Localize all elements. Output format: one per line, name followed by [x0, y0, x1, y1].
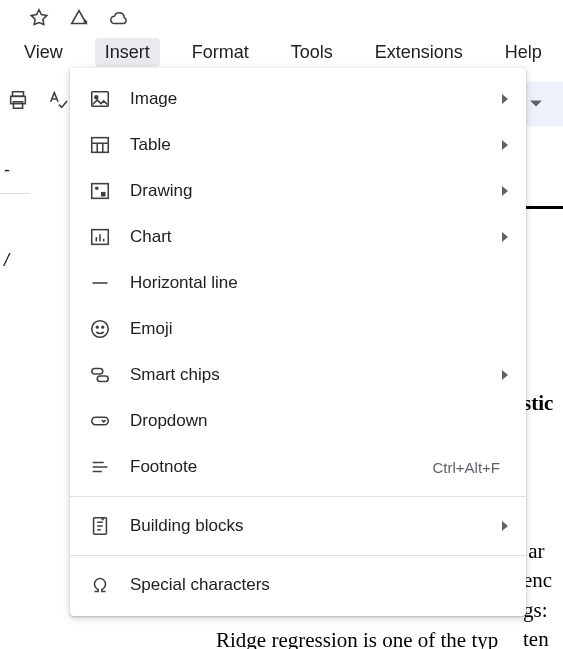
menu-item-label: Chart — [130, 227, 502, 247]
submenu-arrow-icon — [502, 370, 508, 380]
svg-point-11 — [96, 326, 98, 328]
svg-rect-13 — [92, 369, 103, 375]
menu-item-building-blocks[interactable]: Building blocks — [70, 503, 526, 549]
menu-item-chart[interactable]: Chart — [70, 214, 526, 260]
table-icon — [88, 133, 112, 157]
menu-item-label: Image — [130, 89, 502, 109]
svg-rect-3 — [92, 92, 109, 107]
submenu-arrow-icon — [502, 186, 508, 196]
menu-format[interactable]: Format — [182, 38, 259, 67]
svg-rect-2 — [13, 102, 22, 108]
buildingblocks-icon — [88, 514, 112, 538]
menu-divider — [70, 555, 526, 556]
menu-item-shortcut: Ctrl+Alt+F — [432, 459, 500, 476]
svg-rect-14 — [97, 376, 108, 382]
menu-help[interactable]: Help — [495, 38, 552, 67]
menu-item-image[interactable]: Image — [70, 76, 526, 122]
svg-point-10 — [92, 321, 109, 338]
submenu-arrow-icon — [502, 521, 508, 531]
omega-icon — [88, 573, 112, 597]
star-icon[interactable] — [28, 7, 50, 32]
menu-item-label: Building blocks — [130, 516, 502, 536]
menu-item-label: Horizontal line — [130, 273, 508, 293]
svg-point-7 — [95, 186, 99, 190]
menu-extensions[interactable]: Extensions — [365, 38, 473, 67]
image-icon — [88, 87, 112, 111]
title-bar-icons — [0, 0, 563, 32]
emoji-icon — [88, 317, 112, 341]
svg-rect-8 — [101, 192, 106, 197]
menu-item-label: Smart chips — [130, 365, 502, 385]
menu-item-label: Dropdown — [130, 411, 508, 431]
dropdown-icon — [88, 409, 112, 433]
smartchips-icon — [88, 363, 112, 387]
menu-tools[interactable]: Tools — [281, 38, 343, 67]
hline-icon — [88, 271, 112, 295]
menu-item-label: Special characters — [130, 575, 508, 595]
insert-menu-dropdown: Image Table Drawing Chart Horizontal lin… — [70, 68, 526, 616]
submenu-arrow-icon — [502, 232, 508, 242]
cloud-icon[interactable] — [108, 7, 130, 32]
submenu-arrow-icon — [502, 94, 508, 104]
menu-item-emoji[interactable]: Emoji — [70, 306, 526, 352]
drawing-icon — [88, 179, 112, 203]
svg-point-12 — [102, 326, 104, 328]
menu-item-smart-chips[interactable]: Smart chips — [70, 352, 526, 398]
document-text-fragment: stic ar enc gs: ten utat — [523, 330, 563, 649]
svg-rect-5 — [92, 138, 109, 153]
menu-item-drawing[interactable]: Drawing — [70, 168, 526, 214]
svg-point-4 — [95, 96, 98, 99]
menu-item-label: Table — [130, 135, 502, 155]
menu-item-table[interactable]: Table — [70, 122, 526, 168]
menu-item-footnote[interactable]: Footnote Ctrl+Alt+F — [70, 444, 526, 490]
svg-rect-6 — [92, 184, 109, 199]
menu-item-label: Emoji — [130, 319, 508, 339]
outline-panel-fragment: - / — [0, 160, 28, 271]
menu-item-label: Footnote — [130, 457, 432, 477]
print-icon[interactable] — [2, 84, 34, 116]
document-text-fragment: Ridge regression is one of the typ — [216, 628, 498, 649]
menu-bar: View Insert Format Tools Extensions Help — [0, 32, 563, 73]
submenu-arrow-icon — [502, 140, 508, 150]
version-add-icon[interactable] — [68, 7, 90, 32]
menu-item-label: Drawing — [130, 181, 502, 201]
menu-view[interactable]: View — [14, 38, 73, 67]
menu-item-special-characters[interactable]: Special characters — [70, 562, 526, 608]
chart-icon — [88, 225, 112, 249]
menu-item-dropdown[interactable]: Dropdown — [70, 398, 526, 444]
menu-insert[interactable]: Insert — [95, 38, 160, 67]
footnote-icon — [88, 455, 112, 479]
svg-rect-15 — [92, 417, 109, 424]
menu-divider — [70, 496, 526, 497]
chevron-down-icon — [530, 98, 542, 110]
menu-item-horizontal-line[interactable]: Horizontal line — [70, 260, 526, 306]
